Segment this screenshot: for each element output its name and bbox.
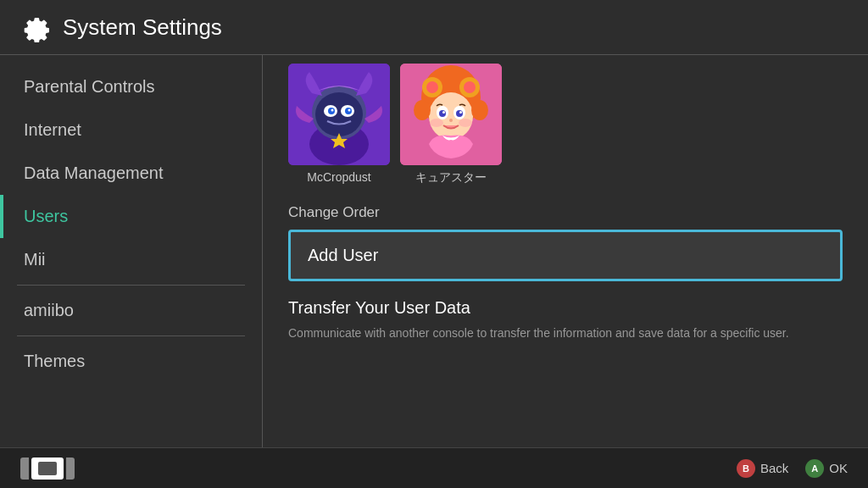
sidebar-item-users[interactable]: Users <box>0 195 262 238</box>
user-name-mccropdust: McCropdust <box>307 170 370 184</box>
header: System Settings <box>0 0 868 55</box>
footer-right: B Back A OK <box>737 459 848 478</box>
user-card-cure-star[interactable]: キュアスター <box>400 64 502 186</box>
svg-point-26 <box>459 119 472 127</box>
a-button-label: A <box>811 463 818 474</box>
b-button-label: B <box>743 463 749 474</box>
sidebar-item-internet[interactable]: Internet <box>0 108 262 152</box>
svg-point-17 <box>429 92 473 140</box>
sidebar: Parental Controls Internet Data Manageme… <box>0 55 263 448</box>
add-user-button[interactable]: Add User <box>288 230 843 281</box>
svg-point-25 <box>430 119 443 127</box>
cure-star-avatar-image <box>400 64 502 165</box>
user-avatar-mccropdust[interactable] <box>288 64 390 165</box>
meta-knight-avatar-image <box>288 64 390 165</box>
svg-point-22 <box>442 111 445 114</box>
sidebar-item-data-management[interactable]: Data Management <box>0 152 262 195</box>
sidebar-item-mii[interactable]: Mii <box>0 238 262 281</box>
sidebar-divider-2 <box>17 336 245 336</box>
switch-console-icon <box>20 458 75 480</box>
svg-point-24 <box>449 119 453 122</box>
user-card-mccropdust[interactable]: McCropdust <box>288 64 390 186</box>
svg-point-16 <box>464 81 476 93</box>
svg-point-15 <box>426 81 438 93</box>
sidebar-divider <box>17 285 245 286</box>
b-button-circle: B <box>737 459 755 478</box>
svg-point-8 <box>331 109 334 112</box>
ok-label: OK <box>829 461 848 475</box>
back-label: Back <box>760 461 788 475</box>
gear-icon <box>20 12 51 42</box>
sidebar-item-themes[interactable]: Themes <box>0 340 262 383</box>
page-title: System Settings <box>63 14 222 41</box>
user-avatar-cure-star[interactable] <box>400 64 502 165</box>
svg-point-27 <box>414 100 431 120</box>
content-area: McCropdust <box>263 55 868 448</box>
transfer-desc: Communicate with another console to tran… <box>288 324 843 342</box>
footer-left <box>20 458 75 480</box>
user-name-cure-star: キュアスター <box>415 170 487 186</box>
sidebar-item-parental-controls[interactable]: Parental Controls <box>0 65 262 108</box>
change-order-label: Change Order <box>288 204 843 221</box>
ok-button[interactable]: A OK <box>805 459 848 478</box>
main-layout: Parental Controls Internet Data Manageme… <box>0 55 868 448</box>
back-button[interactable]: B Back <box>737 459 788 478</box>
user-avatars-row: McCropdust <box>288 55 843 186</box>
a-button-circle: A <box>805 459 824 478</box>
transfer-title: Transfer Your User Data <box>288 298 843 318</box>
sidebar-item-amiibo[interactable]: amiibo <box>0 289 262 332</box>
svg-point-21 <box>456 110 463 117</box>
svg-point-3 <box>315 92 363 136</box>
svg-point-23 <box>459 111 462 114</box>
svg-point-28 <box>471 100 488 120</box>
svg-point-20 <box>439 110 446 117</box>
footer: B Back A OK <box>0 447 868 488</box>
svg-point-9 <box>348 109 351 112</box>
